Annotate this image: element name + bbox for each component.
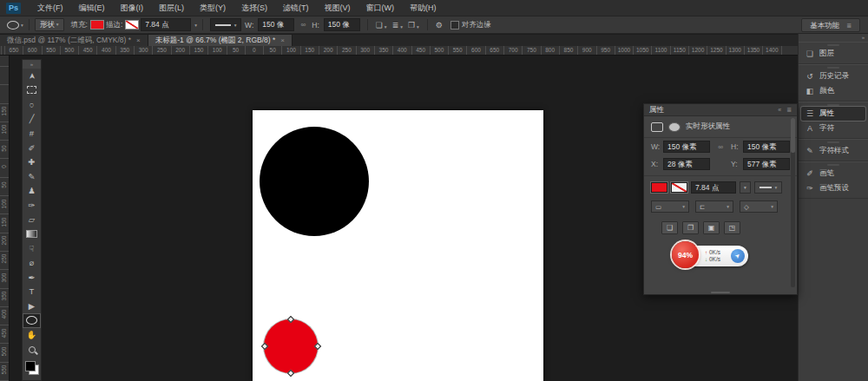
properties-panel-header[interactable]: 属性 « ≣ [644,104,797,116]
path-op-button-1[interactable]: ❐ [682,221,699,234]
path-op-button-2[interactable]: ▣ [703,221,720,234]
history-brush-tool[interactable]: ✑ [23,198,41,213]
link-dimensions-icon[interactable]: ∞ [299,21,307,29]
boost-button[interactable]: ➤ [731,249,745,263]
panel-menu-icon[interactable]: ≣ [786,107,792,114]
document-tab[interactable]: 未标题-1 @ 66.7% (椭圆 2, RGB/8) *× [148,35,293,46]
fill-swatch[interactable] [651,182,667,193]
geometry-options-button[interactable]: ⚙ [433,21,445,30]
toolbar-collapse-icon[interactable]: » [23,60,41,69]
memory-usage-ball[interactable]: 94% [672,241,699,268]
net-speed-overlay[interactable]: ↑ 0K/s ↓ 0K/s ➤ 94% [672,240,750,272]
clone-stamp-tool[interactable]: ♟ [23,184,41,199]
dodge-tool[interactable]: ⌀ [23,256,41,271]
menu-item[interactable]: 视图(V) [317,0,358,16]
stroke-swatch[interactable] [125,20,139,30]
menu-item[interactable]: 类型(Y) [192,0,233,16]
lasso-tool[interactable]: ○ [23,97,41,112]
menu-item[interactable]: 编辑(E) [71,0,113,16]
menu-item[interactable]: 图像(I) [113,0,152,16]
crop-tool-icon: # [30,129,34,138]
pen-tool[interactable]: ✒ [23,270,41,285]
dock-item-character-styles[interactable]: ✎字符样式 [801,144,865,158]
chevron-down-icon: ▾ [56,19,59,30]
spot-healing-brush-tool[interactable]: ✚ [23,155,41,170]
w-field[interactable]: 150 像素 [663,141,710,153]
tool-preset-ellipse-icon[interactable] [7,21,19,30]
height-field[interactable]: 150 像 [324,18,360,31]
stroke-swatch[interactable] [671,182,687,193]
x-field[interactable]: 28 像素 [663,158,710,170]
options-bar: ▾ 形状 ▾ 填充: 描边: 7.84 点 ▾ ▾ W: 150 像 ∞ H: … [0,16,868,34]
dock-item-label: 属性 [819,108,834,119]
dock-item-layers[interactable]: ❏图层 [801,47,865,61]
menu-item[interactable]: 文件(F) [30,0,71,16]
stroke-width-field[interactable]: 7.84 点 [141,18,191,31]
menu-item[interactable]: 图层(L) [151,0,192,16]
ruler-number: 1150 [674,47,686,54]
black-ellipse-shape[interactable] [260,127,369,236]
dock-item-character[interactable]: A字符 [801,122,865,135]
ellipse-tool[interactable] [23,313,41,328]
width-field[interactable]: 150 像 [258,18,294,31]
stroke-style-picker[interactable]: ▾ [210,18,241,31]
path-arrangement-button[interactable]: ❐ ▾ [405,21,422,30]
menu-item[interactable]: 滤镜(T) [275,0,317,16]
dock-item-brush-presets[interactable]: ✑画笔预设 [801,181,865,195]
zoom-tool[interactable] [23,342,41,357]
move-tool[interactable]: ➤ [23,69,41,83]
smudge-tool[interactable]: ☟ [23,241,41,256]
foreground-color-swatch[interactable] [25,361,36,371]
brush-tool[interactable]: ✎ [23,169,41,184]
h-field[interactable]: 150 像素 [743,141,790,153]
stroke-width-dropdown[interactable]: ▾ [740,181,751,194]
tool-mode-select[interactable]: 形状 ▾ [35,18,64,31]
stroke-option-select-0[interactable]: ▭▾ [651,200,689,213]
collapse-panel-icon[interactable]: « [778,107,781,113]
tab-close-icon[interactable]: × [280,36,285,44]
tab-close-icon[interactable]: × [136,36,141,44]
crop-tool[interactable]: # [23,126,41,141]
chevron-down-icon[interactable]: ▾ [21,23,23,28]
panel-resize-grip[interactable] [711,292,730,293]
path-op-button-0[interactable]: ❏ [661,221,678,234]
dock-item-history[interactable]: ↺历史记录 [801,69,865,83]
menu-item[interactable]: 选择(S) [233,0,275,16]
menu-item[interactable]: 窗口(W) [358,0,403,16]
type-tool[interactable]: T [23,285,41,299]
align-edges-checkbox[interactable] [450,21,459,30]
quick-selection-tool[interactable]: ╱ [23,112,41,127]
rectangular-marquee-tool[interactable] [23,83,41,98]
eyedropper-tool[interactable]: ✐ [23,141,41,155]
menu-icon: ≣ [846,20,852,31]
path-alignment-button[interactable]: ≣ ▾ [390,21,405,30]
red-ellipse-shape[interactable] [264,319,318,373]
dock-item-color[interactable]: ◧颜色 [801,84,865,98]
panel-scrollbar[interactable] [791,118,795,287]
path-operations-button[interactable]: ❏ ▾ [373,21,390,30]
chevron-down-icon[interactable]: ▾ [194,23,197,28]
stroke-option-select-1[interactable]: ⊏▾ [695,200,733,213]
ruler-number: 1000 [618,47,630,54]
stroke-width-field[interactable]: 7.84 点 [691,181,736,194]
y-field[interactable]: 577 像素 [743,158,790,170]
menu-item[interactable]: 帮助(H) [402,0,444,16]
stroke-style-select[interactable]: ▾ [754,181,782,194]
path-op-button-3[interactable]: ◳ [724,221,740,234]
stroke-option-select-2[interactable]: ◇▾ [740,200,778,213]
hand-tool[interactable]: ✋ [23,328,41,343]
artboard[interactable] [253,110,543,381]
path-selection-tool-icon: ▶ [29,302,35,311]
dock-item-label: 历史记录 [819,71,849,82]
dock-collapse-icon[interactable]: » [799,34,868,42]
eraser-tool[interactable]: ▱ [23,213,41,227]
workspace-switcher-button[interactable]: 基本功能 ≣ [801,18,860,32]
scrollbar-thumb[interactable] [791,118,795,153]
dock-item-properties[interactable]: ☰属性 [801,107,865,121]
fill-swatch[interactable] [90,20,104,30]
path-selection-tool[interactable]: ▶ [23,299,41,314]
link-dimensions-icon[interactable]: ∞ [716,143,725,151]
document-tab[interactable]: 微信.psd @ 117% (二维码, CMYK/8) *× [0,35,148,46]
gradient-tool[interactable] [23,227,41,242]
dock-item-brush[interactable]: ✐画笔 [801,167,865,181]
